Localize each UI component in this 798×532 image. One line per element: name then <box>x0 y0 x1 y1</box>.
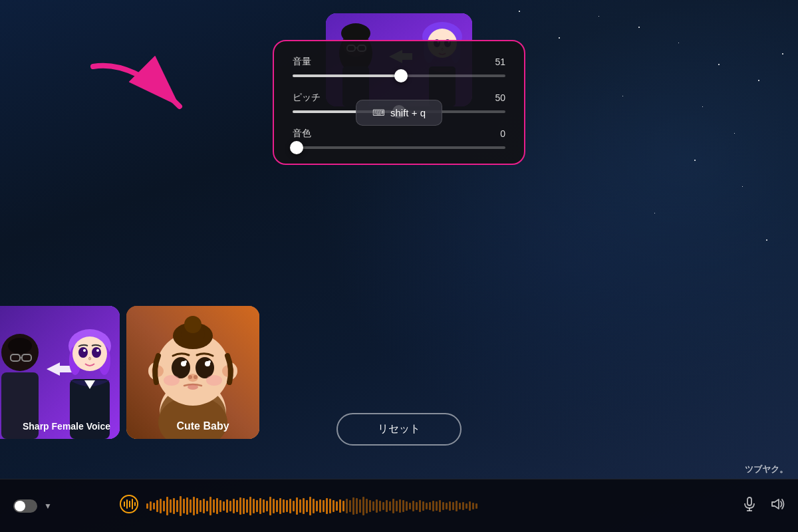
timbre-header: 音色 0 <box>293 128 505 140</box>
waveform-bar <box>402 500 404 512</box>
waveform-bar <box>399 499 401 513</box>
waveform-bar <box>362 497 364 515</box>
svg-marker-70 <box>772 499 779 509</box>
svg-point-60 <box>206 375 222 386</box>
waveform-bar <box>299 499 301 513</box>
volume-thumb[interactable] <box>394 69 408 82</box>
waveform-bar <box>379 501 381 511</box>
svg-point-56 <box>188 375 192 379</box>
waveform-bar <box>439 500 441 512</box>
waveform-bar <box>475 503 477 509</box>
timbre-thumb[interactable] <box>290 141 303 154</box>
waveform-bar <box>459 503 461 509</box>
waveform-bar <box>190 499 192 513</box>
waveform-bar <box>150 501 152 511</box>
waveform-bar <box>279 498 281 514</box>
bottom-toolbar: ▼ <box>0 479 798 532</box>
waveform-bar <box>213 499 215 513</box>
waveform-bar <box>336 501 338 511</box>
volume-track[interactable] <box>293 74 505 77</box>
reset-button[interactable]: リセット <box>336 413 462 446</box>
waveform-bar <box>246 499 248 513</box>
waveform-bar <box>249 497 251 515</box>
svg-rect-66 <box>134 502 136 506</box>
toggle-knob <box>15 501 25 511</box>
waveform-bar <box>326 498 328 514</box>
svg-point-31 <box>78 347 88 358</box>
cute-baby-card-label-wrapper: Cute Baby <box>133 420 273 432</box>
mic-icon[interactable] <box>742 497 757 515</box>
waveform-bar <box>389 501 391 511</box>
timbre-track[interactable] <box>293 146 505 149</box>
svg-rect-65 <box>132 499 133 509</box>
waveform-bar <box>412 501 414 511</box>
waveform-bar <box>156 500 158 512</box>
app-container: ⌨ shift + q 音量 51 <box>0 0 798 532</box>
waveform-bar <box>196 498 198 514</box>
cute-baby-text: Cute Baby <box>176 420 229 432</box>
svg-point-57 <box>194 375 198 379</box>
waveform-bar <box>146 503 148 509</box>
svg-rect-67 <box>747 497 751 505</box>
waveform-bar <box>289 499 291 513</box>
volume-value: 51 <box>495 57 505 67</box>
volume-slider-row: 音量 51 <box>293 56 505 77</box>
waveform-circle-icon <box>120 495 138 513</box>
waveform-bar <box>269 497 271 515</box>
shortcut-label: shift + q <box>390 107 426 118</box>
waveform-bar <box>316 501 318 511</box>
sharp-female-card[interactable]: Sharp Female Voice <box>0 306 120 439</box>
cute-baby-card[interactable] <box>126 306 259 439</box>
waveform-bar <box>472 503 474 509</box>
waveform-bar <box>253 499 255 513</box>
waveform-bar <box>419 500 421 512</box>
svg-point-54 <box>208 360 211 363</box>
waveform-bar <box>346 499 348 513</box>
cute-baby-content <box>126 306 259 439</box>
waveform-bar <box>226 499 228 513</box>
shortcut-button[interactable]: ⌨ shift + q <box>356 100 442 126</box>
sharp-female-svg <box>0 306 120 439</box>
volume-header: 音量 51 <box>293 56 505 68</box>
waveform-bar <box>396 501 398 511</box>
waveform-bar <box>386 500 388 512</box>
waveform-bar <box>469 501 471 511</box>
waveform-bar <box>426 503 428 509</box>
waveform-bar <box>166 497 168 515</box>
dropdown-arrow[interactable]: ▼ <box>44 501 52 511</box>
waveform-icon <box>120 495 138 517</box>
waveform-bar <box>206 501 208 511</box>
waveform-bar <box>406 501 408 511</box>
waveform-bar <box>356 498 358 514</box>
waveform-bar <box>306 500 308 512</box>
toggle-switch[interactable] <box>13 499 37 513</box>
waveform-bar <box>313 499 315 513</box>
waveform-bar <box>273 499 275 513</box>
waveform-bar <box>339 499 341 513</box>
waveform-bar <box>256 500 258 512</box>
svg-rect-62 <box>124 501 125 507</box>
card-labels: Sharp Female Voice Cute Baby <box>0 420 273 432</box>
waveform-bar <box>173 498 175 514</box>
waveform-bar <box>293 501 295 511</box>
waveform-bar <box>183 499 185 513</box>
waveform-bar <box>259 498 261 514</box>
toolbar-right <box>705 497 785 515</box>
waveform-bar <box>209 497 211 515</box>
volume-fill <box>293 74 401 77</box>
svg-point-34 <box>96 349 99 352</box>
waveform-bar <box>332 500 334 512</box>
speaker-icon[interactable] <box>770 497 785 515</box>
cards-row: Sharp Female Voice <box>0 306 259 439</box>
svg-point-33 <box>83 349 86 352</box>
reset-button-area: リセット <box>336 413 462 446</box>
waveform-bar <box>286 500 288 512</box>
waveform-bar <box>203 499 205 513</box>
waveform-bar <box>229 501 231 511</box>
cute-baby-svg <box>126 306 259 439</box>
waveform-bar <box>442 502 444 510</box>
svg-point-58 <box>188 384 198 390</box>
svg-point-59 <box>164 375 180 386</box>
waveform-bar <box>153 503 155 509</box>
waveform-bar <box>186 497 188 515</box>
